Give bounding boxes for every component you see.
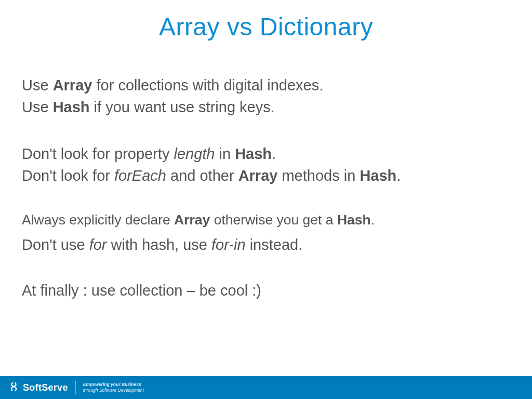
slide-footer: SoftServe Empowering your Business throu…: [0, 376, 532, 399]
footer-separator: [75, 381, 76, 394]
text: Don't use: [22, 236, 89, 253]
bold-hash: Hash: [235, 145, 272, 162]
bold-hash: Hash: [53, 99, 90, 115]
text: otherwise you get a: [210, 212, 337, 228]
paragraph-1: Use Array for collections with digital i…: [22, 74, 510, 118]
text: if you want use string keys.: [90, 99, 275, 115]
text: in: [215, 145, 235, 162]
text: Use: [22, 77, 53, 94]
slide-title: Array vs Dictionary: [0, 0, 532, 41]
bold-hash: Hash: [337, 212, 371, 228]
text: for collections with digital indexes.: [92, 77, 323, 94]
text: Don't look for: [22, 167, 114, 184]
text: Always explicitly declare: [22, 212, 174, 228]
text: and other: [166, 167, 238, 184]
bold-array: Array: [174, 212, 210, 228]
brand-logo: SoftServe: [9, 382, 68, 393]
paragraph-4: At finally : use collection – be cool :): [22, 280, 510, 301]
bold-array: Array: [53, 77, 92, 94]
text: Use: [22, 99, 53, 115]
italic-for: for: [89, 236, 107, 253]
text: instead.: [246, 236, 303, 253]
text: methods in: [277, 167, 360, 184]
tagline-line-2: through Software Development: [83, 388, 144, 393]
italic-for-in: for-in: [211, 236, 246, 253]
italic-foreach: forEach: [114, 167, 166, 184]
bold-array: Array: [238, 167, 278, 184]
brand-name: SoftServe: [23, 382, 68, 393]
tagline-line-1: Empowering your Business: [83, 382, 144, 388]
bold-hash: Hash: [360, 167, 396, 184]
text: with hash, use: [107, 236, 212, 253]
brand-tagline: Empowering your Business through Softwar…: [83, 382, 144, 393]
italic-length: length: [174, 145, 215, 162]
text: .: [371, 212, 375, 228]
paragraph-3b: Don't use for with hash, use for-in inst…: [22, 234, 510, 256]
paragraph-2: Don't look for property length in Hash. …: [22, 143, 510, 187]
text: .: [272, 145, 276, 162]
slide-body: Use Array for collections with digital i…: [0, 41, 532, 301]
paragraph-3a: Always explicitly declare Array otherwis…: [22, 209, 510, 231]
brand-logo-icon: [9, 382, 20, 393]
text: .: [396, 167, 401, 184]
text: Don't look for property: [22, 145, 174, 162]
